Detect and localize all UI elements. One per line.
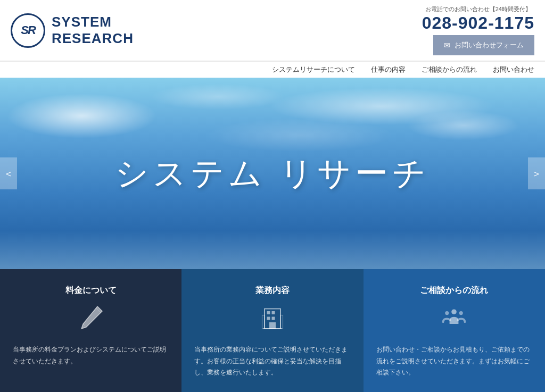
- card-flow-title: ご相談からの流れ: [420, 285, 488, 296]
- contact-form-button[interactable]: ✉ お問い合わせフォーム: [433, 35, 534, 55]
- hero-prev-button[interactable]: ＜: [0, 157, 17, 189]
- card-flow-text: お問い合わせ・ご相談からお見積もり、ご依頼までの流れをご説明させていただきます。…: [376, 344, 532, 379]
- svg-point-12: [445, 311, 449, 315]
- phone-number: 028-902-1175: [422, 13, 534, 33]
- hero-next-button[interactable]: ＞: [528, 157, 545, 189]
- card-flow[interactable]: ご相談からの流れ お問い合わせ・ご相談からお見積もり、ご依頼までの流れをご説明さ…: [364, 269, 545, 392]
- contact-btn-label: お問い合わせフォーム: [455, 40, 524, 50]
- nav-item-flow[interactable]: ご相談からの流れ: [422, 65, 477, 74]
- envelope-icon: ✉: [444, 41, 450, 49]
- nav-item-about[interactable]: システムリサーチについて: [272, 65, 355, 74]
- site-header: SR SYSTEM RESEARCH お電話でのお問い合わせ【24時間受付】 0…: [0, 0, 545, 61]
- svg-rect-7: [269, 322, 276, 329]
- hero-section: ＜ システム リサーチ ＞: [0, 78, 545, 269]
- cards-section: 料金について 当事務所の料金プランおよびシステムについてご説明させていただきます…: [0, 269, 545, 392]
- phone-area: お電話でのお問い合わせ【24時間受付】 028-902-1175: [422, 5, 534, 33]
- card-services-title: 業務内容: [255, 285, 290, 296]
- svg-rect-6: [271, 317, 275, 320]
- pen-icon: [78, 305, 104, 336]
- svg-point-11: [452, 309, 457, 314]
- svg-rect-4: [271, 311, 275, 314]
- main-nav: システムリサーチについて 仕事の内容 ご相談からの流れ お問い合わせ: [0, 61, 545, 78]
- nav-item-work[interactable]: 仕事の内容: [371, 65, 406, 74]
- header-right: お電話でのお問い合わせ【24時間受付】 028-902-1175 ✉ お問い合わ…: [422, 5, 534, 55]
- svg-point-13: [459, 311, 463, 315]
- phone-label: お電話でのお問い合わせ【24時間受付】: [425, 5, 531, 13]
- card-services[interactable]: 業務内容 当事務所の業務内容についてご説明させていただきます。お客様の正当な利益…: [181, 269, 363, 392]
- svg-rect-5: [267, 317, 270, 320]
- logo-icon: SR: [11, 13, 45, 48]
- svg-rect-3: [267, 311, 270, 314]
- card-pricing-title: 料金について: [65, 285, 117, 296]
- hero-title: システム リサーチ: [115, 151, 430, 196]
- brand-line2: RESEARCH: [52, 30, 134, 47]
- building-icon: [260, 305, 285, 336]
- logo-area: SR SYSTEM RESEARCH: [11, 13, 134, 48]
- card-pricing[interactable]: 料金について 当事務所の料金プランおよびシステムについてご説明させていただきます…: [0, 269, 181, 392]
- brand-name-text: SYSTEM RESEARCH: [52, 14, 134, 47]
- brand-line1: SYSTEM: [52, 14, 134, 30]
- nav-item-contact[interactable]: お問い合わせ: [493, 65, 534, 74]
- card-pricing-text: 当事務所の料金プランおよびシステムについてご説明させていただきます。: [13, 344, 169, 367]
- people-icon: [441, 305, 467, 336]
- card-services-text: 当事務所の業務内容についてご説明させていただきます。お客様の正当な利益の確保と妥…: [194, 344, 350, 379]
